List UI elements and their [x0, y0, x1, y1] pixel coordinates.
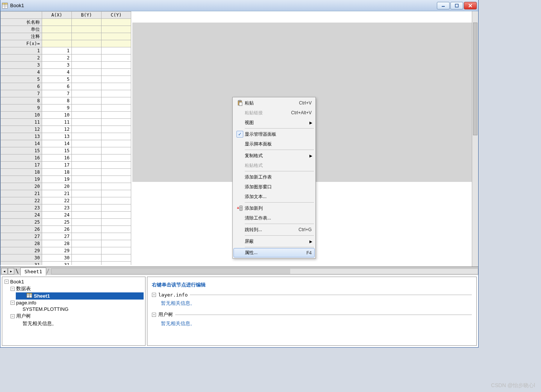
- cell[interactable]: 2: [42, 54, 72, 62]
- cell[interactable]: [72, 69, 102, 76]
- cell[interactable]: [72, 47, 102, 54]
- ctx-mask[interactable]: 屏蔽▶: [233, 236, 315, 246]
- row-header[interactable]: 5: [1, 76, 42, 83]
- cell[interactable]: [102, 176, 131, 183]
- meta-row-header[interactable]: F(x)=: [1, 40, 42, 47]
- cell[interactable]: [72, 26, 102, 33]
- worksheet-grid[interactable]: A(X) B(Y) C(Y) 长名称单位注释F(x)= 112233445566…: [0, 11, 131, 265]
- row-header[interactable]: 23: [1, 204, 42, 212]
- row-header[interactable]: 12: [1, 126, 42, 133]
- cell[interactable]: [72, 162, 102, 169]
- cell[interactable]: 5: [42, 76, 72, 83]
- tab-prev-button[interactable]: ◂: [1, 268, 8, 274]
- cell[interactable]: 9: [42, 104, 72, 112]
- cell[interactable]: 6: [42, 83, 72, 90]
- ctx-goto[interactable]: 跳转到...Ctrl+G: [233, 225, 315, 235]
- cell[interactable]: [72, 176, 102, 183]
- cell[interactable]: 25: [42, 219, 72, 226]
- cell[interactable]: 20: [42, 183, 72, 190]
- cell[interactable]: [72, 204, 102, 212]
- ctx-view[interactable]: 视图▶: [233, 118, 315, 127]
- cell[interactable]: 1: [42, 47, 72, 54]
- row-header[interactable]: 14: [1, 140, 42, 147]
- row-header[interactable]: 26: [1, 226, 42, 233]
- cell[interactable]: 26: [42, 226, 72, 233]
- row-header[interactable]: 22: [1, 197, 42, 204]
- cell[interactable]: 19: [42, 176, 72, 183]
- cell[interactable]: [72, 83, 102, 90]
- col-header-a[interactable]: A(X): [42, 12, 72, 19]
- row-header[interactable]: 16: [1, 154, 42, 162]
- cell[interactable]: 8: [42, 97, 72, 104]
- cell[interactable]: [102, 147, 131, 154]
- cell[interactable]: [102, 254, 131, 262]
- sheet-tab[interactable]: Sheet1: [20, 268, 46, 275]
- cell[interactable]: [72, 169, 102, 176]
- cell[interactable]: 17: [42, 162, 72, 169]
- cell[interactable]: 11: [42, 119, 72, 126]
- row-header[interactable]: 24: [1, 212, 42, 219]
- cell[interactable]: [72, 133, 102, 140]
- cell[interactable]: 4: [42, 69, 72, 76]
- cell[interactable]: 22: [42, 197, 72, 204]
- collapse-icon[interactable]: −: [152, 313, 156, 317]
- cell[interactable]: [72, 183, 102, 190]
- cell[interactable]: [72, 104, 102, 112]
- cell[interactable]: [72, 147, 102, 154]
- horizontal-scrollbar[interactable]: [51, 268, 478, 274]
- tree-node-book[interactable]: −Book1: [4, 278, 144, 285]
- row-header[interactable]: 10: [1, 112, 42, 119]
- row-header[interactable]: 19: [1, 176, 42, 183]
- cell[interactable]: [102, 162, 131, 169]
- row-header[interactable]: 27: [1, 233, 42, 240]
- cell[interactable]: [102, 54, 131, 62]
- ctx-show-manager-panel[interactable]: ✓显示管理器面板: [233, 129, 315, 139]
- ctx-add-worksheet[interactable]: 添加新工作表: [233, 172, 315, 182]
- cell[interactable]: [72, 247, 102, 254]
- cell[interactable]: [42, 33, 72, 40]
- cell[interactable]: [102, 233, 131, 240]
- cell[interactable]: [102, 40, 131, 47]
- row-header[interactable]: 25: [1, 219, 42, 226]
- tab-next-button[interactable]: ▸: [8, 268, 14, 274]
- collapse-icon[interactable]: −: [5, 280, 9, 284]
- cell[interactable]: 16: [42, 154, 72, 162]
- vertical-scroll-thumb[interactable]: [473, 23, 477, 135]
- row-header[interactable]: 2: [1, 54, 42, 62]
- row-header[interactable]: 15: [1, 147, 42, 154]
- collapse-icon[interactable]: −: [152, 293, 156, 297]
- cell[interactable]: [102, 97, 131, 104]
- ctx-add-text[interactable]: 添加文本...: [233, 192, 315, 201]
- cell[interactable]: 3: [42, 62, 72, 69]
- cell[interactable]: 30: [42, 254, 72, 262]
- ctx-show-script-panel[interactable]: 显示脚本面板: [233, 139, 315, 149]
- cell[interactable]: [72, 54, 102, 62]
- tree-node-datasheet[interactable]: −数据表: [10, 285, 144, 292]
- cell[interactable]: [102, 133, 131, 140]
- cell[interactable]: 7: [42, 90, 72, 97]
- cell[interactable]: [72, 262, 102, 265]
- cell[interactable]: [102, 240, 131, 247]
- row-header[interactable]: 11: [1, 119, 42, 126]
- cell[interactable]: [102, 219, 131, 226]
- tree-node-pageinfo[interactable]: −page.info: [10, 300, 144, 306]
- cell[interactable]: [102, 83, 131, 90]
- cell[interactable]: [102, 262, 131, 265]
- cell[interactable]: [102, 112, 131, 119]
- row-header[interactable]: 18: [1, 169, 42, 176]
- ctx-copy-format[interactable]: 复制格式▶: [233, 151, 315, 160]
- cell[interactable]: 28: [42, 240, 72, 247]
- cell[interactable]: [102, 90, 131, 97]
- cell[interactable]: [72, 33, 102, 40]
- cell[interactable]: [72, 19, 102, 26]
- cell[interactable]: [102, 26, 131, 33]
- tree-node-systemplotting[interactable]: SYSTEM.PLOTTING: [22, 306, 144, 312]
- cell[interactable]: [102, 247, 131, 254]
- corner-cell[interactable]: [1, 12, 42, 19]
- row-header[interactable]: 13: [1, 133, 42, 140]
- row-header[interactable]: 28: [1, 240, 42, 247]
- cell[interactable]: [42, 19, 72, 26]
- cell[interactable]: [72, 62, 102, 69]
- ctx-clear-worksheet[interactable]: 清除工作表...: [233, 213, 315, 223]
- meta-row-header[interactable]: 单位: [1, 26, 42, 33]
